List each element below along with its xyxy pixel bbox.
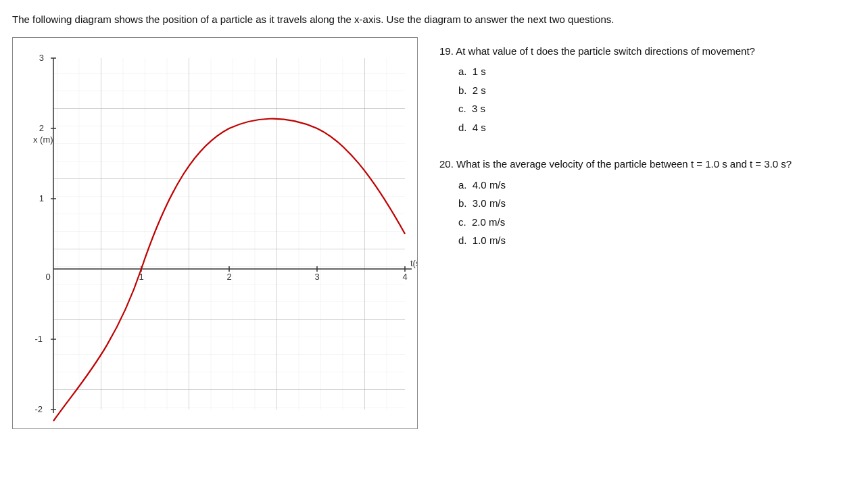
question-19: 19. At what value of t does the particle… — [439, 44, 852, 136]
question-19-number: 19. — [439, 45, 454, 57]
option-20b: b. 3.0 m/s — [458, 196, 852, 212]
option-19d: d. 4 s — [458, 120, 852, 136]
question-20-number: 20. — [439, 158, 454, 170]
svg-text:4: 4 — [402, 272, 407, 282]
svg-text:3: 3 — [314, 272, 319, 282]
option-20c: c. 2.0 m/s — [458, 215, 852, 230]
question-20: 20. What is the average velocity of the … — [439, 157, 852, 249]
option-20d: d. 1.0 m/s — [458, 233, 852, 249]
graph-container: 1 2 3 4 0 3 2 1 -1 -2 — [12, 37, 418, 429]
option-19c: c. 3 s — [458, 101, 852, 117]
svg-text:1: 1 — [39, 193, 44, 203]
question-20-text: What is the average velocity of the part… — [456, 158, 792, 170]
question-19-options: a. 1 s b. 2 s c. 3 s d. 4 s — [439, 64, 852, 135]
svg-text:-1: -1 — [34, 334, 43, 344]
questions-container: 19. At what value of t does the particle… — [418, 37, 852, 270]
svg-rect-1 — [53, 58, 405, 410]
question-20-options: a. 4.0 m/s b. 3.0 m/s c. 2.0 m/s d. 1.0 … — [439, 178, 852, 249]
option-19b: b. 2 s — [458, 83, 852, 99]
svg-text:-2: -2 — [34, 404, 43, 414]
svg-text:0: 0 — [45, 272, 50, 282]
option-19a: a. 1 s — [458, 64, 852, 80]
svg-text:2: 2 — [226, 272, 231, 282]
x-axis-label: t(s) — [410, 258, 418, 268]
option-20a: a. 4.0 m/s — [458, 178, 852, 193]
svg-text:3: 3 — [39, 53, 44, 63]
main-content: 1 2 3 4 0 3 2 1 -1 -2 — [12, 37, 852, 429]
intro-text: The following diagram shows the position… — [12, 12, 621, 28]
svg-text:2: 2 — [39, 123, 44, 133]
y-axis-label: x (m) — [33, 134, 53, 145]
question-19-text: At what value of t does the particle swi… — [456, 45, 755, 57]
